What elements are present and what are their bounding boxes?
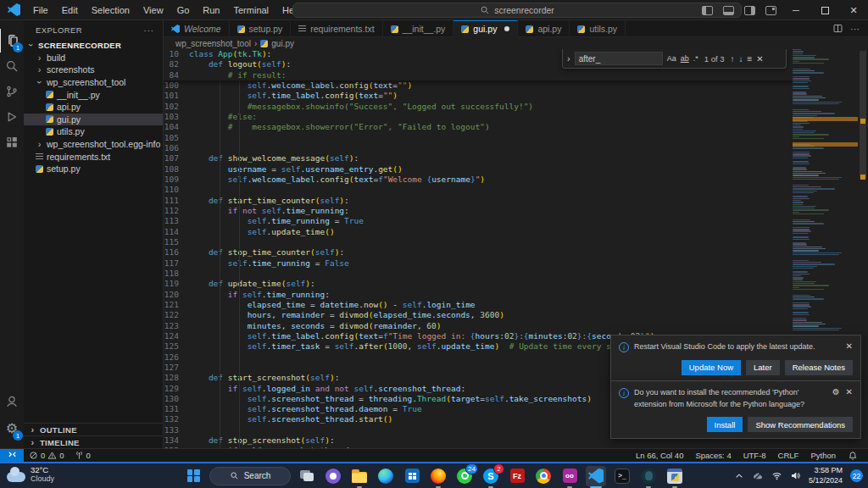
activity-search-icon[interactable]	[0, 54, 24, 78]
menu-edit[interactable]: Edit	[56, 3, 84, 18]
taskbar-search-pill[interactable]: Search	[209, 466, 291, 486]
find-in-selection-icon[interactable]: ≡	[748, 54, 753, 64]
activity-source-control-icon[interactable]	[0, 80, 24, 103]
bell-icon[interactable]	[843, 451, 863, 461]
menu-run[interactable]: Run	[197, 3, 225, 18]
toggle-secondary-sidebar-icon[interactable]	[744, 6, 755, 15]
install-button[interactable]: Install	[707, 417, 743, 432]
tab-api-py[interactable]: api.py	[518, 20, 570, 36]
breadcrumb-item[interactable]: gui.py	[260, 39, 294, 48]
activity-account-icon[interactable]	[0, 390, 24, 413]
panel-timeline[interactable]: ›TIMELINE	[24, 435, 163, 448]
tab-requirements-txt[interactable]: requirements.txt	[291, 20, 382, 36]
modified-dot-icon[interactable]	[504, 26, 509, 31]
match-case-icon[interactable]: Aa	[667, 54, 676, 63]
activity-explorer-icon[interactable]: 1	[0, 29, 24, 53]
taskbar-purple-app[interactable]: oo	[559, 466, 580, 486]
menu-terminal[interactable]: Terminal	[228, 3, 275, 18]
menu-selection[interactable]: Selection	[86, 3, 136, 18]
minimize-button[interactable]: ─	[782, 0, 810, 20]
activity-extensions-icon[interactable]	[0, 130, 24, 154]
activity-settings-icon[interactable]: ⚙1	[0, 417, 24, 441]
update-now-button[interactable]: Update Now	[682, 360, 741, 375]
tree-item-setup-py[interactable]: setup.py	[24, 163, 163, 175]
taskbar-terminal[interactable]: >_	[612, 466, 632, 486]
status-spaces[interactable]: Spaces: 4	[690, 451, 736, 460]
taskbar-firefox[interactable]	[428, 466, 448, 486]
close-button[interactable]: ✕	[839, 0, 868, 20]
wifi-icon[interactable]	[771, 470, 782, 481]
tree-item-screenshots[interactable]: ›screenshots	[24, 64, 163, 76]
notification-close-icon[interactable]: ✕	[846, 341, 853, 351]
tree-item-requirements-txt[interactable]: requirements.txt	[24, 150, 163, 163]
taskbar-edge[interactable]	[376, 466, 396, 486]
tab-utils-py[interactable]: utils.py	[570, 20, 626, 36]
ports-indicator[interactable]: 0	[70, 451, 96, 460]
notification-settings-icon[interactable]: ⚙	[832, 387, 840, 396]
taskbar-filezilla[interactable]: Fz	[507, 466, 527, 486]
menu-go[interactable]: Go	[171, 3, 196, 18]
taskbar-file-explorer[interactable]	[349, 466, 370, 486]
menu-view[interactable]: View	[137, 3, 170, 18]
toggle-sidebar-icon[interactable]	[702, 6, 713, 15]
tree-item-wp-screenshot-tool-egg-info[interactable]: ›wp_screenshot_tool.egg-info	[24, 138, 163, 151]
find-input[interactable]	[575, 52, 663, 65]
tree-item--init-py[interactable]: __init__.py	[24, 88, 163, 101]
split-editor-icon[interactable]	[832, 23, 843, 34]
taskbar-search[interactable]: Search	[209, 467, 291, 485]
status-ln[interactable]: Ln 66, Col 40	[631, 451, 689, 460]
tab--init-py[interactable]: __init__.py	[383, 20, 454, 36]
tab-setup-py[interactable]: setup.py	[230, 20, 292, 36]
more-actions-icon[interactable]: ···	[850, 24, 860, 34]
taskbar-chrome[interactable]	[533, 466, 554, 486]
next-match-icon[interactable]: ↓	[739, 54, 743, 64]
file-label: requirements.txt	[47, 152, 110, 162]
later-button[interactable]: Later	[746, 360, 780, 375]
breadcrumb[interactable]: wp_screenshot_tool› gui.py	[164, 37, 868, 49]
volume-icon[interactable]	[790, 470, 801, 481]
status-utf-8[interactable]: UTF-8	[738, 451, 771, 460]
taskbar-start[interactable]	[183, 466, 203, 486]
tab-welcome[interactable]: Welcome	[164, 20, 230, 36]
regex-icon[interactable]: .*	[693, 54, 698, 63]
panel-outline[interactable]: ›OUTLINE	[24, 423, 163, 435]
show-recommendations-button[interactable]: Show Recommendations	[748, 417, 853, 432]
taskbar-dark-app[interactable]	[638, 466, 659, 486]
release-notes-button[interactable]: Release Notes	[785, 360, 853, 375]
taskbar-chat[interactable]	[323, 466, 343, 486]
tree-item-gui-py[interactable]: gui.py	[24, 114, 163, 126]
notification-count-badge[interactable]: 22	[850, 469, 863, 482]
tree-item-api-py[interactable]: api.py	[24, 101, 163, 114]
taskbar-python-app[interactable]	[665, 466, 685, 486]
taskbar-whatsapp[interactable]: 24	[454, 466, 475, 486]
tray-expand-icon[interactable]	[734, 471, 744, 481]
customize-layout-icon[interactable]	[765, 6, 776, 15]
maximize-button[interactable]	[810, 0, 839, 20]
status-crlf[interactable]: CRLF	[773, 451, 804, 460]
find-expand-icon[interactable]: ›	[567, 53, 570, 64]
clock[interactable]: 3:58 PM 5/12/2024	[809, 466, 843, 485]
status-python[interactable]: Python	[805, 451, 841, 460]
toggle-panel-icon[interactable]	[723, 6, 734, 15]
tree-item-wp-screenshot-tool[interactable]: ›wp_screenshot_tool	[24, 76, 163, 89]
tree-item-utils-py[interactable]: utils.py	[24, 125, 163, 138]
taskbar-store[interactable]	[402, 466, 422, 486]
command-center-search[interactable]: screenrecorder	[292, 3, 742, 18]
taskbar-vscode[interactable]	[586, 466, 606, 486]
whole-word-icon[interactable]: ab	[681, 54, 689, 63]
menu-file[interactable]: File	[27, 3, 54, 18]
errors-warnings[interactable]: 0 0	[24, 451, 70, 460]
notification-close-icon[interactable]: ✕	[846, 387, 853, 396]
activity-run-debug-icon[interactable]	[0, 105, 24, 129]
remote-indicator[interactable]	[0, 449, 24, 463]
explorer-more-actions-icon[interactable]: ···	[144, 25, 155, 35]
tree-item-build[interactable]: ›build	[24, 52, 163, 64]
previous-match-icon[interactable]: ↑	[731, 54, 735, 64]
onedrive-paused-icon[interactable]	[752, 470, 764, 482]
breadcrumb-item[interactable]: wp_screenshot_tool	[175, 39, 251, 48]
tab-gui-py[interactable]: gui.py	[453, 20, 518, 37]
taskbar-task-view[interactable]	[297, 466, 317, 486]
close-find-icon[interactable]: ✕	[756, 54, 763, 64]
tree-root-screenrecorder[interactable]: ›SCREENRECORDER	[24, 39, 163, 52]
taskbar-skype[interactable]: S2	[481, 466, 501, 486]
